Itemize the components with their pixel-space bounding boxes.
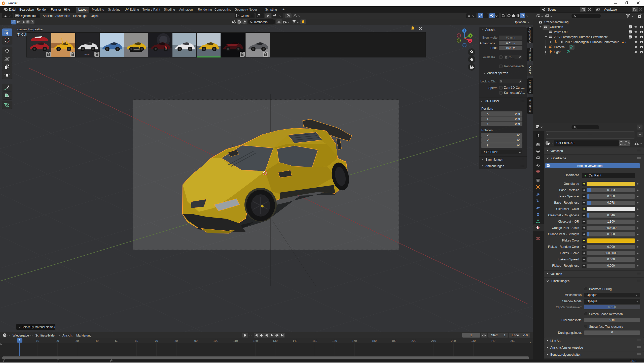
svg-text:FA-1947: FA-1947	[85, 54, 90, 55]
svg-text:Z: Z	[464, 29, 465, 32]
svg-text:X: X	[469, 39, 471, 42]
svg-text:Y: Y	[470, 34, 471, 37]
